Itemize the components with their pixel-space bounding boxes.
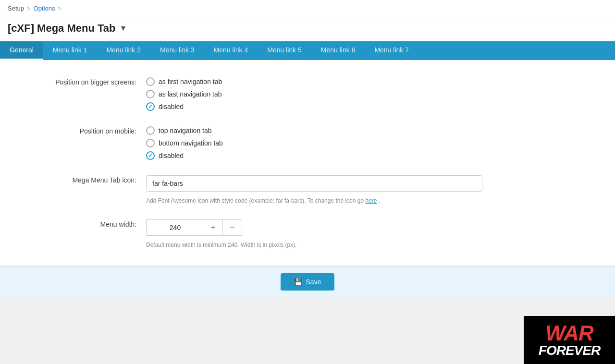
radio-circle-disabled-bigger	[146, 102, 155, 111]
content-area: Position on bigger screens: as first nav…	[0, 60, 615, 297]
tab-menu-link-1[interactable]: Menu link 1	[43, 41, 97, 60]
radio-circle-top	[146, 126, 155, 135]
stepper-minus-button[interactable]: −	[223, 219, 242, 236]
tab-menu-link-2[interactable]: Menu link 2	[97, 41, 150, 60]
position-mobile-row: Position on mobile: top navigation tab b…	[0, 119, 615, 168]
position-bigger-row: Position on bigger screens: as first nav…	[0, 70, 615, 119]
radio-label-last: as last navigation tab	[159, 90, 222, 98]
icon-hint: Add Font Awesome icon with style code (e…	[146, 197, 603, 204]
menu-width-value: 240	[146, 219, 204, 236]
menu-width-label: Menu width:	[12, 219, 146, 228]
icon-input[interactable]	[146, 175, 482, 192]
save-bar: 💾 Save	[0, 266, 615, 297]
tabs-bar: General Menu link 1 Menu link 2 Menu lin…	[0, 41, 615, 60]
radio-circle-bottom	[146, 139, 155, 147]
title-dropdown-arrow[interactable]: ▼	[120, 24, 127, 33]
breadcrumb-sep2: >	[58, 5, 62, 12]
radio-circle-last	[146, 90, 155, 98]
page-title-bar: [cXF] Mega Menu Tab ▼	[0, 17, 615, 41]
save-icon: 💾	[294, 278, 302, 286]
position-bigger-options: as first navigation tab as last navigati…	[146, 77, 603, 111]
radio-label-bottom: bottom navigation tab	[159, 139, 223, 147]
position-mobile-label: Position on mobile:	[12, 126, 146, 135]
page-title: [cXF] Mega Menu Tab	[8, 22, 116, 35]
breadcrumb-setup[interactable]: Setup	[8, 5, 24, 12]
radio-disabled-mobile[interactable]: disabled	[146, 151, 603, 160]
radio-bottom-nav-tab[interactable]: bottom navigation tab	[146, 139, 603, 147]
stepper-plus-button[interactable]: +	[204, 219, 223, 236]
tab-menu-link-5[interactable]: Menu link 5	[258, 41, 311, 60]
tab-menu-link-3[interactable]: Menu link 3	[150, 41, 204, 60]
radio-circle-disabled-mobile	[146, 151, 155, 160]
icon-row: Mega Menu Tab icon: Add Font Awesome ico…	[0, 168, 615, 212]
radio-disabled-bigger[interactable]: disabled	[146, 102, 603, 111]
radio-first-nav-tab[interactable]: as first navigation tab	[146, 77, 603, 86]
save-button[interactable]: 💾 Save	[281, 273, 335, 291]
breadcrumb-sep1: >	[27, 5, 31, 12]
form-section: Position on bigger screens: as first nav…	[0, 60, 615, 266]
radio-last-nav-tab[interactable]: as last navigation tab	[146, 90, 603, 98]
tab-menu-link-6[interactable]: Menu link 6	[311, 41, 365, 60]
radio-label-disabled-mobile: disabled	[159, 152, 184, 159]
tab-menu-link-4[interactable]: Menu link 4	[204, 41, 258, 60]
radio-circle-first	[146, 77, 155, 86]
icon-label: Mega Menu Tab icon:	[12, 175, 146, 184]
position-mobile-options: top navigation tab bottom navigation tab…	[146, 126, 603, 160]
radio-top-nav-tab[interactable]: top navigation tab	[146, 126, 603, 135]
radio-label-first: as first navigation tab	[159, 78, 222, 85]
tab-general[interactable]: General	[0, 41, 43, 60]
menu-width-stepper-group: 240 + −	[146, 219, 300, 236]
save-label: Save	[306, 278, 321, 286]
menu-width-control: 240 + − Default menu width is minimum 24…	[146, 219, 603, 248]
menu-width-row: Menu width: 240 + − Default menu width i…	[0, 212, 615, 256]
icon-control: Add Font Awesome icon with style code (e…	[146, 175, 603, 204]
icon-hint-link[interactable]: here	[365, 197, 377, 204]
breadcrumb-options[interactable]: Options	[34, 5, 55, 12]
menu-width-hint: Default menu width is minimum 240. Width…	[146, 242, 603, 248]
tab-menu-link-7[interactable]: Menu link 7	[365, 41, 418, 60]
radio-label-top: top navigation tab	[159, 127, 212, 134]
radio-label-disabled-bigger: disabled	[159, 103, 184, 110]
breadcrumb: Setup > Options >	[0, 0, 615, 17]
position-bigger-label: Position on bigger screens:	[12, 77, 146, 86]
